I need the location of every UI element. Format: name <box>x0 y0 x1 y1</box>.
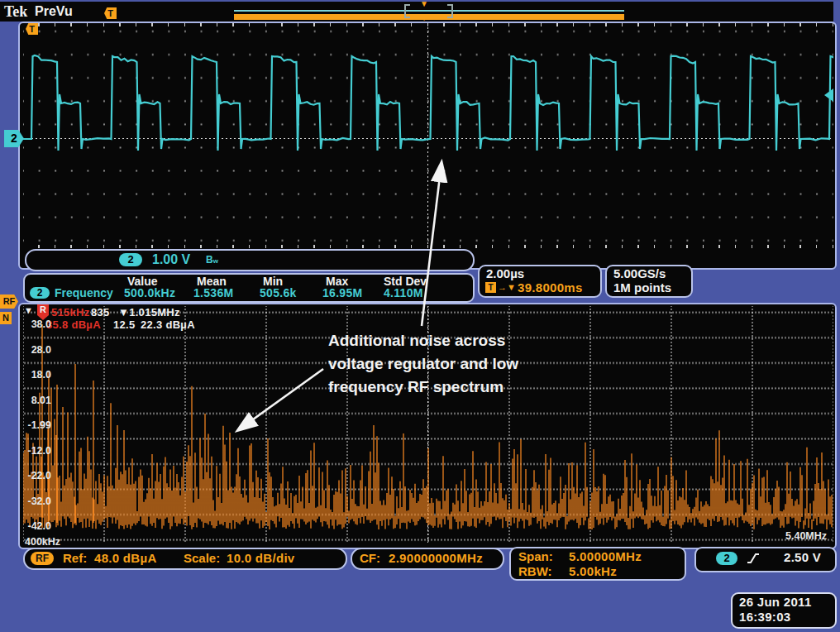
rf-badge: RF <box>31 552 54 565</box>
rf-scale-value: 10.0 dB/div <box>227 551 295 565</box>
rf-y-label: 38.0 <box>31 318 51 330</box>
record-length: 1M points <box>613 280 671 294</box>
rbw-label: RBW: <box>518 564 552 578</box>
waveform-overview-trace <box>234 10 624 12</box>
channel2-scale-value: 1.00 V <box>152 252 190 267</box>
rf-y-label: 28.0 <box>31 344 51 356</box>
rf-x-start-label: 400kHz <box>25 536 60 548</box>
delta-marker-amp: 22.3 dBµA <box>141 318 195 331</box>
horizontal-scale: 2.00µs <box>486 266 524 280</box>
ref-marker-amp: 35.8 dBµA <box>46 318 101 331</box>
rf-y-label: -42.0 <box>28 520 52 532</box>
zoom-window-bar[interactable] <box>234 14 624 20</box>
annotation-line-3: frequency RF spectrum <box>328 376 518 399</box>
trigger-t-badge: T <box>485 282 496 293</box>
datetime-box: 26 Jun 2011 16:39:03 <box>731 592 837 629</box>
bandwidth-limit-icon: Bw <box>206 254 218 266</box>
rf-channel-tag[interactable]: RF <box>0 294 18 309</box>
meas-row-min: 505.6k <box>260 286 297 299</box>
trigger-channel-badge: 2 <box>716 552 737 565</box>
meas-row-stddev: 4.110M <box>384 286 423 299</box>
cf-value: 2.90000000MHz <box>389 551 483 565</box>
rf-y-label: -22.0 <box>28 470 52 481</box>
trigger-delay-value: 39.8000ms <box>518 280 583 294</box>
rising-edge-icon <box>746 552 761 565</box>
meas-row-channel-badge: 2 <box>30 287 50 299</box>
trigger-level-value: 2.50 V <box>784 550 821 564</box>
delta-marker-readout: ▼1.015MHz <box>118 306 180 318</box>
annotation-text: Additional noise across voltage regulato… <box>328 329 518 399</box>
cf-label: CF: <box>360 551 380 565</box>
annotation-line-1: Additional noise across <box>328 329 518 352</box>
rf-scale-label: Scale: <box>184 551 220 565</box>
annotation-line-2: voltage regulator and low <box>328 352 518 376</box>
rf-y-label: 18.0 <box>31 369 51 381</box>
rf-y-label: 8.01 <box>31 395 51 406</box>
bracket-left-icon[interactable] <box>404 4 410 18</box>
meas-row-max: 16.95M <box>322 286 363 299</box>
rf-y-axis-labels: 38.028.018.08.01-1.99-12.0-22.0-32.0-42.… <box>20 306 53 543</box>
rf-y-label: -1.99 <box>28 419 52 431</box>
rbw-value: 5.00kHz <box>569 564 617 578</box>
channel2-scale-bar[interactable]: 2 1.00 V Bw <box>25 249 475 271</box>
acquisition-mode-label: PreVu <box>35 4 73 19</box>
span-rbw-box[interactable]: Span: 5.00000MHz RBW: 5.00kHz <box>509 547 686 581</box>
partial-marker-amp: 12.5 <box>113 318 136 331</box>
trigger-position-marker-icon[interactable]: ▼ <box>420 0 428 8</box>
trigger-box[interactable]: 2 2.50 V <box>694 547 837 572</box>
time-value: 16:39:03 <box>739 610 790 624</box>
horizontal-settings-box[interactable]: 2.00µs T →▼ 39.8000ms <box>478 265 602 298</box>
acquisition-box[interactable]: 5.00GS/s 1M points <box>605 265 693 298</box>
meas-row-mean: 1.536M <box>193 286 234 299</box>
oscilloscope-screen: { "header": { "brand": "Tek", "mode": "P… <box>0 0 840 632</box>
span-value: 5.00000MHz <box>569 549 642 563</box>
rf-y-label: -12.0 <box>28 445 52 457</box>
trigger-delay-prefix-icon: →▼ <box>498 282 516 292</box>
span-label: Span: <box>518 549 553 563</box>
brand-logo: Tek <box>4 3 27 21</box>
meas-row-value: 500.0kHz <box>124 286 175 299</box>
ref-marker-freq: 515kHz <box>51 306 90 318</box>
rf-x-end-label: 5.40MHz <box>785 530 827 542</box>
rf-normal-trace-tag[interactable]: N <box>0 312 12 324</box>
measurement-box[interactable]: Value Mean Min Max Std Dev 2 Frequency 5… <box>23 273 475 303</box>
rf-ref-scale-box[interactable]: RF Ref: 48.0 dBµA Scale: 10.0 dB/div <box>23 548 347 570</box>
channel2-badge[interactable]: 2 <box>119 253 142 266</box>
bracket-right-icon[interactable] <box>447 4 453 18</box>
ref-level-value: 48.0 dBµA <box>94 551 157 565</box>
meas-row-name: Frequency <box>55 286 113 299</box>
center-frequency-box[interactable]: CF: 2.90000000MHz <box>351 548 504 570</box>
rf-y-label: -32.0 <box>28 496 52 507</box>
partial-marker-freq: 835 <box>91 306 110 318</box>
channel2-waveform-trace <box>23 23 833 248</box>
date-value: 26 Jun 2011 <box>739 595 812 609</box>
ref-level-label: Ref: <box>63 551 87 565</box>
sample-rate: 5.00GS/s <box>613 266 666 280</box>
